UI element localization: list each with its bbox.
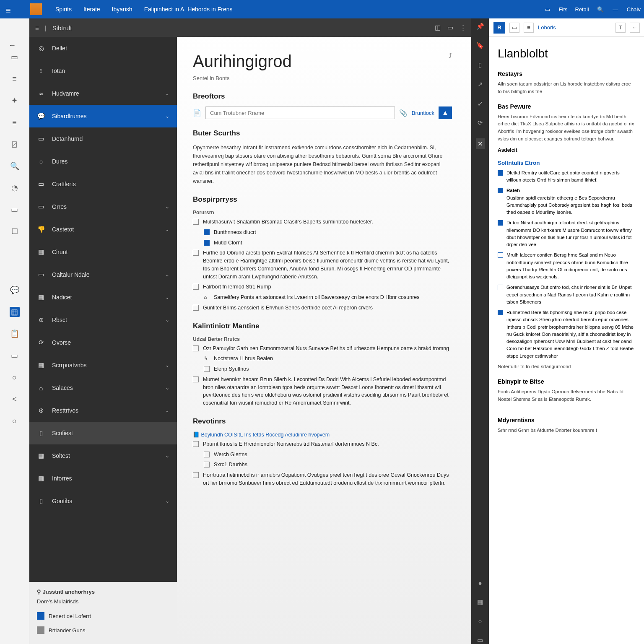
rail-icon-12[interactable]: 📋 <box>10 329 20 339</box>
bookmark-icon[interactable]: 🔖 <box>476 42 484 49</box>
nav-item-10[interactable]: ▭Oaltalur Ndale⌄ <box>29 263 177 286</box>
title-tab-3[interactable]: Ealipinhect in A. Hebords in Frens <box>138 0 239 18</box>
checkbox-icon[interactable] <box>193 305 199 311</box>
checkbox-icon[interactable] <box>204 240 210 246</box>
checkbox-row-7b[interactable]: Sxrc1 Drurhhs <box>204 461 452 469</box>
rail-icon-10[interactable]: 💬 <box>10 285 20 295</box>
nav-item-19[interactable]: ▦Inforres <box>29 467 177 490</box>
checkbox-row-8[interactable]: Horrtrutra hetirincbd is ir armubrs Gopa… <box>193 471 452 487</box>
title-right-0[interactable]: Fits <box>559 6 568 13</box>
rail-icon-11[interactable]: ▦ <box>10 307 20 317</box>
expand-icon[interactable]: ⤢ <box>478 100 483 107</box>
hamburger-icon[interactable]: ≡ <box>6 6 11 16</box>
title-right-1[interactable]: Retail <box>575 6 589 13</box>
arrow-icon[interactable]: ↗ <box>478 80 483 88</box>
nav-item-18[interactable]: ▦Soltest⌄ <box>29 444 177 467</box>
rail-icon-8[interactable]: ☐ <box>10 226 20 236</box>
checkbox-row-4[interactable]: Guntiter Brims aensciert is Ehvhun Sehes… <box>193 304 452 312</box>
rail-icon-3[interactable]: ≡ <box>10 117 20 127</box>
split-icon[interactable]: ◫ <box>435 24 441 31</box>
nav-item-12[interactable]: ⊕Rbsct⌄ <box>29 309 177 331</box>
panel-tool-1[interactable]: ▭ <box>509 23 519 33</box>
nav-item-14[interactable]: ▦Scrrpuatvnbs⌄ <box>29 354 177 377</box>
title-tab-2[interactable]: Ibyarish <box>106 0 138 18</box>
nav-item-8[interactable]: 👎Castetot⌄ <box>29 218 177 241</box>
checkbox-icon[interactable] <box>498 170 503 176</box>
search-link[interactable]: Bruntiock <box>412 110 434 116</box>
window-icon[interactable]: ▭ <box>544 5 551 13</box>
checkbox-row-7a[interactable]: Werch Giertns <box>204 451 452 459</box>
footer-row-1[interactable]: Brtlander Guns <box>37 623 169 637</box>
app-logo-icon[interactable] <box>30 3 42 15</box>
checkbox-icon[interactable] <box>193 284 199 290</box>
panel-chk-1[interactable]: Dletkd Remtry uotilcGare get obtty coont… <box>498 169 636 184</box>
checkbox-row-5b[interactable]: Elenp Syultnos <box>204 365 452 373</box>
attach-icon[interactable]: 📎 <box>399 109 408 117</box>
checkbox-row-6[interactable]: Murnet hvennkrr heoam Bzun Silerh k. Lec… <box>193 376 452 407</box>
search-input[interactable] <box>205 106 395 119</box>
column-icon[interactable]: ▯ <box>478 61 482 69</box>
checkbox-icon[interactable] <box>204 229 210 235</box>
panel-tool-4[interactable]: ← <box>630 23 640 33</box>
checkbox-icon[interactable] <box>193 441 199 447</box>
nav-item-13[interactable]: ⟳Ovorse <box>29 331 177 354</box>
nav-item-3[interactable]: 💬Sibardlrumes⌄ <box>29 105 177 127</box>
checkbox-row-1a[interactable]: Bunthnneos diucrt <box>204 229 452 236</box>
checkbox-icon[interactable] <box>498 220 503 226</box>
rail-icon-14[interactable]: ○ <box>10 372 20 382</box>
nav-item-17[interactable]: ▯Scofiest <box>29 422 177 444</box>
panel-badge[interactable]: R <box>493 22 505 34</box>
rail-icon-15[interactable]: < <box>10 394 20 404</box>
checkbox-row-5[interactable]: Ozr Pamuylbr Garh nen Esmonmowtral Nurs … <box>193 345 452 353</box>
checkbox-icon[interactable] <box>204 462 210 467</box>
rail-icon-2[interactable]: ✦ <box>10 96 20 106</box>
panel-chk-5[interactable]: Gorendrusasys Out ontro tod, chs ir rion… <box>498 284 636 306</box>
minimize-icon[interactable]: — <box>612 5 619 13</box>
checkbox-icon[interactable] <box>498 188 503 193</box>
checkbox-icon[interactable] <box>193 472 199 478</box>
share-icon[interactable]: ⤴ <box>449 52 452 60</box>
more-icon[interactable]: ⋮ <box>460 24 466 31</box>
nav-item-5[interactable]: ○Dures <box>29 150 177 173</box>
checkbox-icon[interactable] <box>204 366 210 372</box>
nav-item-2[interactable]: ≈Hudvamre⌄ <box>29 82 177 105</box>
pin-icon[interactable]: 📌 <box>476 23 484 30</box>
rail-icon-5[interactable]: 🔍 <box>10 161 20 171</box>
nav-item-1[interactable]: ⟟Iotan <box>29 60 177 82</box>
checkbox-row-1[interactable]: Mulsthasurwit Snalambn Brsamac Crasitrs … <box>193 218 452 226</box>
search-button[interactable]: ▲ <box>439 106 452 119</box>
checkbox-icon[interactable] <box>498 285 503 290</box>
checkbox-icon[interactable] <box>193 345 199 351</box>
checkbox-icon[interactable] <box>193 377 199 382</box>
rail-icon-4[interactable]: ⍁ <box>10 139 20 149</box>
search-icon[interactable]: 🔍 <box>597 5 604 13</box>
dot-icon[interactable]: ● <box>478 579 482 587</box>
panel-chk-6[interactable]: Rulmetned Bere fils bphomsng ahe reicri … <box>498 309 636 360</box>
checkbox-icon[interactable] <box>193 219 199 225</box>
checkbox-icon[interactable] <box>204 452 210 457</box>
panel-icon[interactable]: ▭ <box>447 24 453 31</box>
panel-link[interactable]: Loborls <box>538 24 556 31</box>
nav-item-4[interactable]: ▭Detanhurnd <box>29 127 177 150</box>
grid-icon[interactable]: ▦ <box>477 598 483 606</box>
title-right-2[interactable]: Chalv <box>627 6 641 13</box>
checkbox-row-3[interactable]: Falrbort fn lermod Str1 Rurhp <box>193 283 452 291</box>
circle-icon[interactable]: ○ <box>478 618 482 625</box>
back-arrow-icon[interactable]: ← <box>8 41 16 50</box>
panel-chk-4[interactable]: Mrulh ialecerr contien Bersg hrne Sasl a… <box>498 252 636 280</box>
rail-icon-1[interactable]: ≡ <box>10 74 20 84</box>
nav-item-7[interactable]: ▭Grres⌄ <box>29 195 177 218</box>
panel-tool-2[interactable]: ≡ <box>524 23 534 33</box>
checkbox-row-2[interactable]: Furthe od Obrund arestb tperih Evclrat h… <box>193 249 452 280</box>
rail-icon-16[interactable]: ○ <box>10 416 20 426</box>
panel-chk-3[interactable]: Dr tco Nitsrd acathpirpo toloobnt dred. … <box>498 219 636 248</box>
rail-icon-13[interactable]: ▭ <box>10 351 20 361</box>
panel-tool-3[interactable]: T <box>615 23 626 33</box>
checkbox-icon[interactable] <box>498 310 503 315</box>
checkbox-icon[interactable] <box>193 250 199 256</box>
title-tab-1[interactable]: Iterate <box>78 0 106 18</box>
title-tab-0[interactable]: Spirits <box>49 0 78 18</box>
box-icon[interactable]: ▭ <box>477 636 483 644</box>
menu-icon[interactable]: ≡ <box>35 24 39 31</box>
rail-icon-6[interactable]: ◔ <box>10 183 20 193</box>
